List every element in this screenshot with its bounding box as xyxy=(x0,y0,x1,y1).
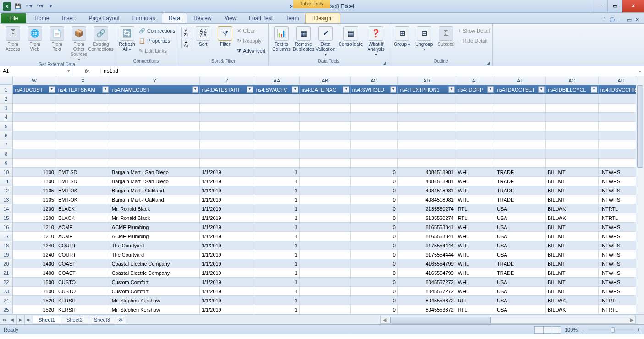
cell[interactable]: WHL xyxy=(456,268,495,278)
cell[interactable] xyxy=(200,159,254,168)
cell[interactable]: 1/1/2019 xyxy=(200,232,254,241)
cell[interactable]: 1400 xyxy=(13,259,56,268)
cell[interactable] xyxy=(110,94,200,104)
cell[interactable]: RTL xyxy=(456,213,495,223)
cell[interactable]: TRADE xyxy=(495,168,546,177)
column-header[interactable]: Z xyxy=(200,76,254,85)
cell[interactable]: 0 xyxy=(351,241,398,250)
help-icon[interactable]: ⓘ xyxy=(610,16,615,23)
cell[interactable]: 4084518981 xyxy=(398,177,456,186)
cell[interactable]: 1/1/2019 xyxy=(200,223,254,232)
cell[interactable]: BILLWK xyxy=(546,296,599,305)
cell[interactable]: 8045553372 xyxy=(398,305,456,314)
cell[interactable]: 1 xyxy=(254,186,300,195)
cell[interactable]: USA xyxy=(495,305,546,314)
cell[interactable]: TRADE xyxy=(495,259,546,268)
cell[interactable]: WHL xyxy=(456,232,495,241)
cell[interactable] xyxy=(13,122,56,131)
row-header[interactable]: 9 xyxy=(0,159,13,168)
cell[interactable] xyxy=(254,104,300,113)
table-header-cell[interactable]: ns4:TEXTPHON1▾ xyxy=(398,85,456,94)
cell[interactable] xyxy=(456,113,495,122)
cell[interactable]: 1/1/2019 xyxy=(200,259,254,268)
cell[interactable]: 1 xyxy=(254,259,300,268)
cell[interactable]: BILLMT xyxy=(546,278,599,287)
cell[interactable]: 1240 xyxy=(13,250,56,259)
sheet-nav-next[interactable]: ▶ xyxy=(17,315,25,324)
row-header[interactable]: 22 xyxy=(0,278,13,287)
cell[interactable]: 4165554799 xyxy=(398,268,456,278)
cell[interactable]: USA xyxy=(495,250,546,259)
cell[interactable]: WHL xyxy=(456,195,495,204)
cell[interactable] xyxy=(398,131,456,140)
cell[interactable] xyxy=(13,113,56,122)
sheet-tab[interactable]: Sheet3 xyxy=(88,316,116,323)
cell[interactable] xyxy=(200,122,254,131)
cell[interactable]: Mr. Stephen Kershaw xyxy=(110,305,200,314)
row-header[interactable]: 2 xyxy=(0,94,13,104)
cell[interactable]: 1 xyxy=(254,213,300,223)
cell[interactable]: 1 xyxy=(254,296,300,305)
cell[interactable] xyxy=(300,113,351,122)
cell[interactable] xyxy=(546,104,599,113)
cell[interactable]: Mr. Ronald Black xyxy=(110,204,200,213)
cell[interactable] xyxy=(300,259,351,268)
sort-button[interactable]: A ZZ ASort xyxy=(193,25,213,47)
tab-team[interactable]: Team xyxy=(279,13,305,23)
cell[interactable] xyxy=(398,140,456,149)
cell[interactable] xyxy=(13,94,56,104)
cell[interactable] xyxy=(56,159,110,168)
file-tab[interactable]: File xyxy=(1,13,26,23)
cell[interactable]: The Courtyard xyxy=(110,250,200,259)
cell[interactable]: 0 xyxy=(351,305,398,314)
cell[interactable] xyxy=(56,149,110,159)
tab-design[interactable]: Design xyxy=(305,13,340,23)
column-header[interactable]: AD xyxy=(398,76,456,85)
cell[interactable]: BILLMT xyxy=(546,232,599,241)
sort-asc-button[interactable]: AZ↓ xyxy=(181,27,191,37)
minimize-ribbon-icon[interactable]: ˄ xyxy=(603,17,606,23)
workbook-minimize-icon[interactable]: — xyxy=(618,17,623,23)
row-header[interactable]: 18 xyxy=(0,241,13,250)
view-buttons[interactable] xyxy=(535,326,561,334)
cell[interactable]: 1 xyxy=(254,287,300,296)
sheet-tab[interactable]: Sheet2 xyxy=(61,316,88,323)
cell[interactable]: 1240 xyxy=(13,241,56,250)
cell[interactable] xyxy=(351,122,398,131)
properties-button[interactable]: 📋Properties xyxy=(139,36,175,45)
cell[interactable]: 1 xyxy=(254,250,300,259)
cell[interactable] xyxy=(456,149,495,159)
cell[interactable]: WHL xyxy=(456,250,495,259)
cell[interactable]: USA xyxy=(495,296,546,305)
cell[interactable]: 0 xyxy=(351,250,398,259)
fx-icon[interactable]: fx xyxy=(82,68,92,74)
cell[interactable]: BILLMT xyxy=(546,186,599,195)
cell[interactable]: 1/1/2019 xyxy=(200,268,254,278)
cell[interactable]: KERSH xyxy=(56,305,110,314)
excel-app-icon[interactable]: X xyxy=(2,1,12,11)
row-header[interactable]: 3 xyxy=(0,104,13,113)
row-header[interactable]: 8 xyxy=(0,149,13,159)
cell[interactable]: 1105 xyxy=(13,195,56,204)
cell[interactable]: 1 xyxy=(254,204,300,213)
row-header[interactable]: 19 xyxy=(0,250,13,259)
cell[interactable]: 9175554444 xyxy=(398,250,456,259)
cell[interactable]: 1/1/2019 xyxy=(200,204,254,213)
filter-dropdown-icon[interactable]: ▾ xyxy=(292,86,298,93)
page-layout-view-icon[interactable] xyxy=(543,326,552,334)
name-box[interactable]: A1▾ xyxy=(0,66,73,76)
normal-view-icon[interactable] xyxy=(534,326,544,334)
ungroup-button[interactable]: ⊟Ungroup ▾ xyxy=(414,25,434,52)
cell[interactable] xyxy=(300,250,351,259)
cell[interactable]: 1/1/2019 xyxy=(200,213,254,223)
chevron-down-icon[interactable]: ▾ xyxy=(67,68,70,74)
cell[interactable]: BILLMT xyxy=(546,223,599,232)
cell[interactable] xyxy=(200,149,254,159)
cell[interactable] xyxy=(200,94,254,104)
spreadsheet-grid[interactable]: WXYZAAABACADAEAFAGAH 1ns4:IDCUST▾ns4:TEX… xyxy=(0,76,644,314)
cell[interactable] xyxy=(495,131,546,140)
from-other-sources-button[interactable]: 📦From Other Sources ▾ xyxy=(69,25,89,62)
close-button[interactable]: ✕ xyxy=(622,0,644,12)
cell[interactable]: Bargain Mart - Oakland xyxy=(110,186,200,195)
cell[interactable]: 1/1/2019 xyxy=(200,250,254,259)
